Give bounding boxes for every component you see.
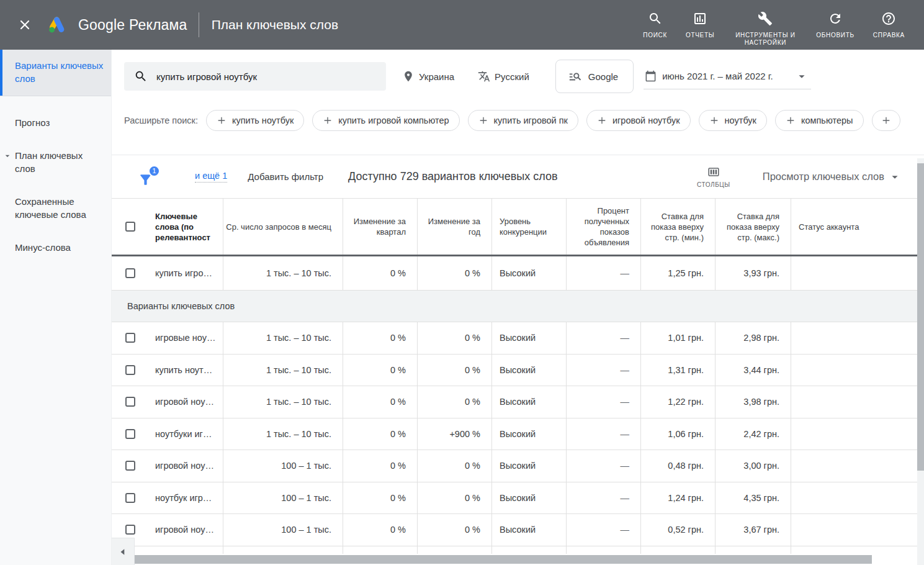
- horizontal-scrollbar[interactable]: [135, 555, 872, 564]
- search-icon: [648, 11, 663, 26]
- cell-bid-low: 1,31 грн.: [641, 355, 715, 386]
- row-checkbox[interactable]: [125, 429, 135, 439]
- cell-quarter-change: 0 %: [343, 386, 418, 418]
- table-header-row: Ключевые слова (по релевантност Ср. числ…: [112, 199, 924, 255]
- table-row: игровой ноу… 100 – 1 тыс. 0 % 0 % Высоки…: [112, 514, 924, 546]
- cell-account-status: [791, 514, 924, 546]
- row-checkbox[interactable]: [125, 333, 135, 343]
- cell-impression-share: —: [567, 450, 641, 482]
- row-checkbox[interactable]: [125, 397, 135, 407]
- cell-bid-low: 1,25 грн.: [641, 256, 715, 290]
- keyword-chip[interactable]: купить ноутбук: [206, 110, 304, 131]
- filter-count-badge: 1: [148, 165, 160, 177]
- nav-search-button[interactable]: ПОИСК: [634, 4, 676, 39]
- top-nav: ПОИСК ОТЧЕТЫ ИНСТРУМЕНТЫ И НАСТРОЙКИ ОБН…: [634, 4, 914, 47]
- row-checkbox[interactable]: [125, 461, 135, 471]
- keyword-search-input[interactable]: [156, 71, 377, 82]
- col-header-quarter-change[interactable]: Изменение за квартал: [343, 199, 418, 255]
- plus-icon: [786, 115, 796, 125]
- cell-keyword: игровой ноу…: [149, 514, 223, 546]
- nav-refresh-button[interactable]: ОБНОВИТЬ: [807, 4, 863, 39]
- cell-impression-share: —: [567, 256, 641, 290]
- cell-account-status: [791, 322, 924, 354]
- location-selector[interactable]: Украина: [402, 70, 454, 83]
- filter-button[interactable]: 1: [138, 166, 160, 188]
- plus-icon: [217, 115, 227, 125]
- nav-help-button[interactable]: СПРАВКА: [864, 4, 914, 39]
- columns-button[interactable]: СТОЛБЦЫ: [697, 165, 730, 188]
- sidebar-item-keyword-ideas[interactable]: Варианты ключевых слов: [0, 50, 111, 96]
- cell-keyword: купить ноут…: [149, 355, 223, 386]
- col-header-account-status[interactable]: Статус аккаунта: [791, 199, 924, 255]
- cell-quarter-change: 0 %: [343, 322, 418, 354]
- view-selector[interactable]: Просмотр ключевых слов: [763, 170, 902, 184]
- scroll-left-button[interactable]: [112, 538, 135, 565]
- cell-bid-high: 4,35 грн.: [715, 482, 791, 514]
- col-header-year-change[interactable]: Изменение за год: [418, 199, 492, 255]
- add-filter-button[interactable]: Добавить фильтр: [240, 166, 331, 187]
- cell-bid-low: 1,01 грн.: [641, 322, 715, 354]
- vertical-scrollbar-track[interactable]: [917, 158, 924, 565]
- network-selector[interactable]: Google: [555, 60, 634, 93]
- cell-year-change: +900 %: [418, 418, 492, 450]
- keyword-chip-partial[interactable]: [872, 110, 900, 131]
- cell-bid-high: 3,93 грн.: [715, 256, 791, 290]
- translate-icon: [478, 70, 490, 83]
- cell-volume: 1 тыс. – 10 тыс.: [223, 418, 343, 450]
- nav-tools-button[interactable]: ИНСТРУМЕНТЫ И НАСТРОЙКИ: [724, 4, 807, 47]
- page-title: План ключевых слов: [212, 17, 338, 32]
- date-range-selector[interactable]: июнь 2021 г. – май 2022 г.: [644, 63, 810, 89]
- table-row: ноутбук игр… 100 – 1 тыс. 0 % 0 % Высоки…: [112, 482, 924, 515]
- language-selector[interactable]: Русский: [478, 70, 529, 83]
- sidebar-item-negative-keywords[interactable]: Минус-слова: [0, 241, 111, 254]
- col-header-competition[interactable]: Уровень конкуренции: [492, 199, 567, 255]
- expand-search-row: Расширьте поиск: купить ноутбук купить и…: [112, 110, 924, 131]
- cell-account-status: [791, 386, 924, 418]
- app-header: Google Реклама План ключевых слов ПОИСК …: [0, 0, 924, 50]
- sidebar-item-forecast[interactable]: Прогноз: [0, 116, 111, 129]
- cell-year-change: 0 %: [418, 256, 492, 290]
- col-header-bid-low[interactable]: Ставка для показа вверху стр. (мин.): [641, 199, 715, 255]
- cell-volume: 100 – 1 тыс.: [223, 450, 343, 482]
- row-checkbox[interactable]: [125, 268, 135, 278]
- col-header-bid-high[interactable]: Ставка для показа вверху стр. (макс.): [715, 199, 791, 255]
- cell-year-change: 0 %: [418, 450, 492, 482]
- location-pin-icon: [402, 70, 415, 83]
- nav-reports-button[interactable]: ОТЧЕТЫ: [676, 4, 724, 39]
- row-checkbox[interactable]: [125, 365, 135, 375]
- plus-icon: [323, 115, 333, 125]
- cell-impression-share: —: [567, 386, 641, 418]
- cell-year-change: 0 %: [418, 514, 492, 546]
- keywords-table: Ключевые слова (по релевантност Ср. числ…: [112, 199, 924, 554]
- chevron-down-icon: [795, 70, 809, 83]
- more-filters-link[interactable]: и ещё 1: [195, 171, 227, 183]
- row-checkbox[interactable]: [125, 525, 135, 535]
- cell-account-status: [791, 418, 924, 450]
- keyword-chip[interactable]: игровой ноутбук: [586, 110, 691, 131]
- keyword-chip[interactable]: купить игровой компьютер: [312, 110, 459, 131]
- select-all-checkbox[interactable]: [125, 222, 135, 232]
- keyword-chip[interactable]: ноутбук: [699, 110, 767, 131]
- plus-icon: [709, 115, 719, 125]
- cell-quarter-change: 0 %: [343, 256, 418, 290]
- col-header-keyword[interactable]: Ключевые слова (по релевантност: [149, 199, 223, 255]
- row-checkbox[interactable]: [125, 493, 135, 503]
- search-icon: [134, 70, 148, 83]
- vertical-scrollbar-thumb[interactable]: [917, 163, 924, 471]
- col-header-volume[interactable]: Ср. число запросов в месяц: [223, 199, 343, 255]
- keyword-search-box[interactable]: [124, 62, 386, 91]
- cell-year-change: 0 %: [418, 386, 492, 418]
- plus-icon: [478, 115, 488, 125]
- col-header-impression-share[interactable]: Процент полученных показов объявления: [567, 199, 641, 255]
- keyword-chip[interactable]: компьютеры: [775, 110, 864, 131]
- sidebar: Варианты ключевых слов Прогноз План ключ…: [0, 50, 112, 565]
- close-icon[interactable]: [17, 17, 32, 32]
- main-content: Украина Русский Google июнь 2021 г. – ма…: [112, 50, 924, 565]
- sidebar-item-keyword-plan[interactable]: План ключевых слов: [0, 149, 111, 175]
- cell-impression-share: —: [567, 482, 641, 514]
- section-row-keyword-ideas: Варианты ключевых слов: [112, 291, 924, 322]
- sidebar-item-saved-keywords[interactable]: Сохраненные ключевые слова: [0, 195, 111, 221]
- cell-keyword: ноутбуки иг…: [149, 418, 223, 450]
- keyword-chip[interactable]: купить игровой пк: [468, 110, 578, 131]
- cell-account-status: [791, 450, 924, 482]
